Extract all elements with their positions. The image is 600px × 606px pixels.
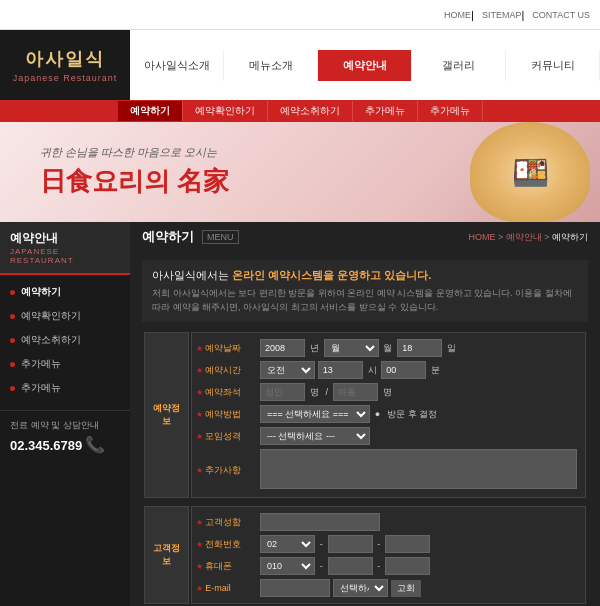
intro-title: 아사일식에서는 온라인 예약시스템을 운영하고 있습니다.	[152, 268, 578, 283]
sidebar-item-0[interactable]: 예약하기	[0, 280, 130, 304]
email-input[interactable]	[260, 579, 330, 597]
sidebar-item-4[interactable]: 추가메뉴	[0, 376, 130, 400]
sub-nav-2[interactable]: 예약소취하기	[268, 101, 353, 121]
bullet-3	[10, 362, 15, 367]
intro-box: 아사일식에서는 온라인 예약시스템을 운영하고 있습니다. 저희 아사일식에서는…	[142, 260, 588, 322]
food-decoration: 🍱	[470, 122, 590, 222]
sidebar: 예약안내 JAPANESE RESTAURANT 예약하기 예약확인하기 예약소…	[0, 222, 130, 606]
logo: 아사일식 Japanese Restaurant	[0, 30, 130, 100]
name-label: 고객성함	[196, 511, 256, 533]
sub-nav-3[interactable]: 추가메뉴	[353, 101, 418, 121]
meeting-fields: --- 선택하세요 ---	[256, 425, 581, 447]
banner: 귀한 손님을 따스한 마음으로 오시는 日食요리의 名家 🍱	[0, 122, 600, 222]
sidebar-subtitle: JAPANESE RESTAURANT	[10, 247, 120, 265]
form-area: 아사일식에서는 온라인 예약시스템을 운영하고 있습니다. 저희 아사일식에서는…	[130, 252, 600, 606]
sidebar-item-2[interactable]: 예약소취하기	[0, 328, 130, 352]
customer-table: 고객정보 고객성함 전화번호	[142, 504, 588, 606]
extra-textarea[interactable]	[260, 449, 577, 489]
email-search-btn[interactable]: 고회	[391, 580, 421, 597]
sitemap-link[interactable]: SITEMAP	[482, 10, 522, 20]
bullet-0	[10, 290, 15, 295]
reservation-content: 예약날짜 년 월010203040506070809101112 월	[191, 332, 586, 498]
mobile-row: 휴대폰 010011016017019 - -	[196, 555, 581, 577]
nav-item-3[interactable]: 갤러리	[412, 50, 506, 81]
mobile-field: 010011016017019 - -	[256, 555, 581, 577]
nav-item-1[interactable]: 메뉴소개	[224, 50, 318, 81]
phone-text: 02.345.6789	[10, 438, 82, 453]
name-field	[256, 511, 581, 533]
banner-text: 귀한 손님을 따스한 마음으로 오시는 日食요리의 名家	[40, 145, 229, 199]
main-nav: 아사일식소개 메뉴소개 예약안내 갤러리 커뮤니티	[130, 30, 600, 100]
main-menu: 아사일식소개 메뉴소개 예약안내 갤러리 커뮤니티	[130, 30, 600, 100]
bullet-2	[10, 338, 15, 343]
mobile-mid-input[interactable]	[328, 557, 373, 575]
req-label: 예약방법	[196, 403, 256, 425]
hour-input[interactable]	[318, 361, 363, 379]
home-link[interactable]: HOME	[444, 10, 471, 20]
nav-item-0[interactable]: 아사일식소개	[130, 50, 224, 81]
sub-nav-1[interactable]: 예약확인하기	[183, 101, 268, 121]
sep2: |	[521, 9, 524, 21]
sidebar-header: 예약안내 JAPANESE RESTAURANT	[0, 222, 130, 275]
contact-link[interactable]: CONTACT US	[532, 10, 590, 20]
reservation-section-label: 예약정보	[144, 332, 189, 498]
seat-row: 예약좌석 명 / 명	[196, 381, 581, 403]
time-row: 예약시간 오전오후 시 분	[196, 359, 581, 381]
date-month-select[interactable]: 월010203040506070809101112	[324, 339, 379, 357]
phone-mid-input[interactable]	[328, 535, 373, 553]
phone-row: 전화번호 02031032 - -	[196, 533, 581, 555]
date-year-input[interactable]	[260, 339, 305, 357]
menu-tag: MENU	[202, 230, 239, 244]
name-input[interactable]	[260, 513, 380, 531]
sub-nav-0[interactable]: 예약하기	[118, 101, 183, 121]
child-input[interactable]	[333, 383, 378, 401]
adult-unit: 명	[310, 387, 319, 397]
name-row: 고객성함	[196, 511, 581, 533]
day-unit: 일	[447, 343, 456, 353]
bullet-1	[10, 314, 15, 319]
banner-line1: 귀한 손님을 따스한 마음으로 오시는	[40, 145, 229, 160]
nav-item-4[interactable]: 커뮤니티	[506, 50, 600, 81]
meeting-label: 모임성격	[196, 425, 256, 447]
sidebar-label-4: 추가메뉴	[21, 381, 61, 395]
email-domain-select[interactable]: 선택하세요	[333, 579, 388, 597]
meeting-select[interactable]: --- 선택하세요 ---	[260, 427, 370, 445]
year-unit: 년	[310, 343, 319, 353]
date-day-input[interactable]	[397, 339, 442, 357]
nav-item-2[interactable]: 예약안내	[318, 50, 412, 81]
ampm-select[interactable]: 오전오후	[260, 361, 315, 379]
sidebar-item-3[interactable]: 추가메뉴	[0, 352, 130, 376]
email-label: E-mail	[196, 577, 256, 599]
sidebar-item-1[interactable]: 예약확인하기	[0, 304, 130, 328]
extra-label: 추가사항	[196, 447, 256, 493]
top-header: HOME | SITEMAP | CONTACT US	[0, 0, 600, 30]
breadcrumb: HOME > 예약안내 > 예약하기	[468, 231, 588, 244]
top-area: 아사일식 Japanese Restaurant 아사일식소개 메뉴소개 예약안…	[0, 30, 600, 100]
month-unit: 월	[383, 343, 392, 353]
phone-icon: 📞	[85, 436, 105, 453]
min-input[interactable]	[381, 361, 426, 379]
logo-english: Japanese Restaurant	[13, 73, 118, 83]
bullet-4	[10, 386, 15, 391]
sidebar-label-3: 추가메뉴	[21, 357, 61, 371]
customer-fields: 고객성함 전화번호 02031032	[196, 511, 581, 599]
adult-input[interactable]	[260, 383, 305, 401]
phone-end-input[interactable]	[385, 535, 430, 553]
intro-desc: 저희 아사일식에서는 보다 편리한 방문을 위하여 온라인 예약 시스템을 운영…	[152, 287, 578, 314]
sidebar-menu: 예약하기 예약확인하기 예약소취하기 추가메뉴 추가메뉴	[0, 275, 130, 405]
time-label: 예약시간	[196, 359, 256, 381]
time-fields: 오전오후 시 분	[256, 359, 581, 381]
req-select[interactable]: === 선택하세요 ===	[260, 405, 370, 423]
mobile-prefix-select[interactable]: 010011016017019	[260, 557, 315, 575]
visit-option: 방문 후 결정	[387, 409, 437, 419]
phone-prefix-select[interactable]: 02031032	[260, 535, 315, 553]
sidebar-label-2: 예약소취하기	[21, 333, 81, 347]
hour-unit: 시	[368, 365, 377, 375]
mobile-label: 휴대폰	[196, 555, 256, 577]
sub-nav-4[interactable]: 추가메뉴	[418, 101, 483, 121]
phone-number: 02.345.6789 📞	[10, 435, 120, 454]
req-fields: === 선택하세요 === ● 방문 후 결정	[256, 403, 581, 425]
seat-fields: 명 / 명	[256, 381, 581, 403]
reservation-table: 예약정보 예약날짜 년 월010203040506070809101112	[142, 330, 588, 500]
mobile-end-input[interactable]	[385, 557, 430, 575]
